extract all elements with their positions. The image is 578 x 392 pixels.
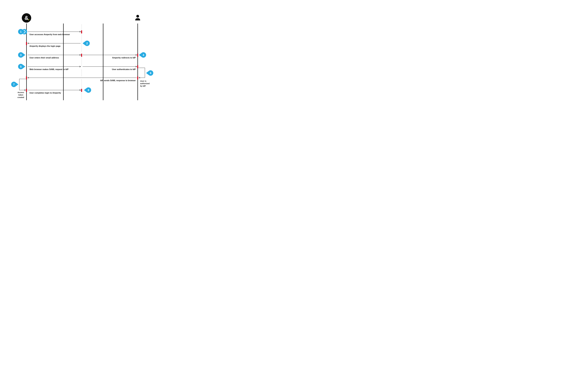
- label-step5: Web browser makes SAML request to IdP: [29, 68, 68, 70]
- label-step4: Amperity redirects to IdP: [112, 57, 136, 59]
- badge-5: 5: [18, 64, 25, 69]
- label-step7b-l2: token: [18, 94, 23, 96]
- user-icon: [135, 15, 140, 20]
- svg-point-2: [28, 19, 29, 20]
- activation-step8: [81, 89, 82, 92]
- svg-text:8: 8: [88, 88, 89, 92]
- svg-text:3: 3: [20, 53, 22, 56]
- label-step6b-l1: User is: [140, 80, 146, 82]
- svg-text:6: 6: [150, 72, 151, 75]
- activation-step5b: [137, 65, 138, 68]
- sequence-diagram: & User accesses Amperity from web browse…: [0, 0, 163, 111]
- badge-1: 1: [18, 29, 27, 34]
- badge-2: 2: [83, 41, 90, 46]
- badge-3: 3: [18, 52, 25, 58]
- activation-step7b: [26, 89, 27, 92]
- label-step7a: IdP sends SAML response to browser: [100, 80, 136, 82]
- svg-text:2: 2: [86, 42, 88, 45]
- badge-6: 6: [146, 70, 153, 76]
- label-step6b-l3: by IdP: [140, 85, 146, 87]
- label-step2: Amperity displays the login page: [29, 45, 60, 47]
- svg-text:&: &: [25, 15, 29, 21]
- activation-step7: [26, 77, 27, 80]
- activation-step3: [81, 54, 82, 57]
- self-loop-7: [19, 79, 26, 90]
- label-step7b-l3: created: [17, 96, 24, 98]
- label-step5b: User authenticates to IdP: [112, 68, 136, 70]
- self-loop-6: [139, 68, 145, 78]
- activation-step6: [137, 77, 138, 80]
- svg-text:5: 5: [20, 65, 22, 68]
- label-step1: User accesses Amperity from web browser: [29, 33, 70, 36]
- badge-7: 7: [11, 82, 18, 87]
- label-step7b-l1: Access: [18, 91, 24, 93]
- badge-8: 8: [84, 87, 91, 93]
- label-step8: User completes login to Amperity: [29, 92, 61, 94]
- activation-step4: [137, 54, 138, 57]
- activation-step1: [81, 30, 82, 33]
- svg-text:1: 1: [20, 30, 22, 33]
- activation-step2: [26, 42, 27, 45]
- amperity-logo-icon: &: [22, 13, 31, 23]
- label-step3: User enters their email address: [29, 57, 59, 59]
- label-step6b-l2: authorized: [140, 83, 149, 85]
- badge-4: 4: [139, 52, 146, 58]
- svg-text:4: 4: [143, 53, 144, 56]
- svg-point-3: [136, 15, 139, 18]
- svg-text:7: 7: [13, 83, 15, 86]
